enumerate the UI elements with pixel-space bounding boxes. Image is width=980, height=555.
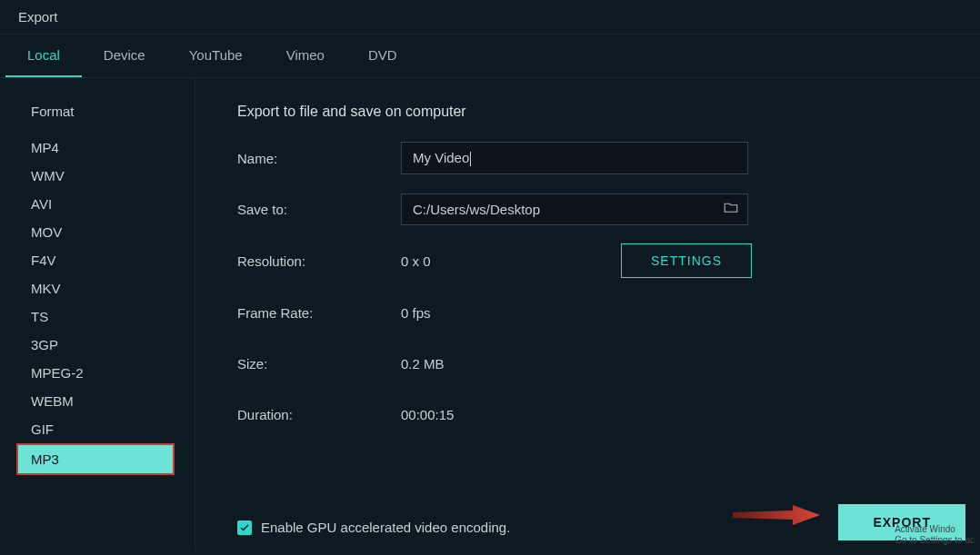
format-gif[interactable]: GIF	[0, 415, 195, 443]
gpu-checkbox-label: Enable GPU accelerated video encoding.	[261, 520, 510, 535]
format-ts[interactable]: TS	[0, 302, 195, 331]
settings-button[interactable]: SETTINGS	[621, 243, 752, 278]
format-avi[interactable]: AVI	[0, 190, 195, 218]
framerate-value: 0 fps	[401, 305, 431, 321]
format-mkv[interactable]: MKV	[0, 274, 195, 302]
duration-label: Duration:	[237, 407, 401, 422]
tab-dvd[interactable]: DVD	[346, 35, 419, 77]
format-mov[interactable]: MOV	[0, 218, 195, 246]
format-3gp[interactable]: 3GP	[0, 331, 195, 359]
format-webm[interactable]: WEBM	[0, 387, 195, 415]
format-mpeg2[interactable]: MPEG-2	[0, 359, 195, 387]
tab-vimeo[interactable]: Vimeo	[265, 35, 346, 77]
saveto-input[interactable]	[401, 193, 748, 225]
tab-local[interactable]: Local	[5, 35, 82, 77]
export-button[interactable]: EXPORT	[838, 504, 965, 540]
framerate-label: Frame Rate:	[237, 305, 401, 321]
export-tabs: Local Device YouTube Vimeo DVD	[0, 35, 980, 78]
saveto-label: Save to:	[237, 202, 401, 217]
name-label: Name:	[237, 151, 401, 166]
resolution-value: 0 x 0	[401, 253, 431, 269]
gpu-checkbox[interactable]	[237, 520, 252, 535]
resolution-label: Resolution:	[237, 253, 401, 269]
format-mp4[interactable]: MP4	[0, 134, 195, 162]
size-value: 0.2 MB	[401, 356, 445, 372]
format-mp3[interactable]: MP3	[18, 445, 173, 473]
tab-youtube[interactable]: YouTube	[167, 35, 265, 77]
format-list: MP4 WMV AVI MOV F4V MKV TS 3GP MPEG-2 WE…	[0, 126, 195, 473]
format-sidebar: Format MP4 WMV AVI MOV F4V MKV TS 3GP MP…	[0, 78, 195, 551]
panel-title: Export to file and save on computer	[237, 104, 944, 120]
window-title: Export	[0, 0, 980, 35]
format-heading: Format	[0, 96, 195, 126]
name-input[interactable]: My Video	[401, 142, 748, 174]
size-label: Size:	[237, 356, 401, 372]
tab-device[interactable]: Device	[82, 35, 167, 77]
format-f4v[interactable]: F4V	[0, 246, 195, 274]
browse-folder-icon[interactable]	[723, 199, 739, 219]
export-settings-panel: Export to file and save on computer Name…	[195, 78, 980, 551]
duration-value: 00:00:15	[401, 407, 454, 422]
format-wmv[interactable]: WMV	[0, 162, 195, 190]
